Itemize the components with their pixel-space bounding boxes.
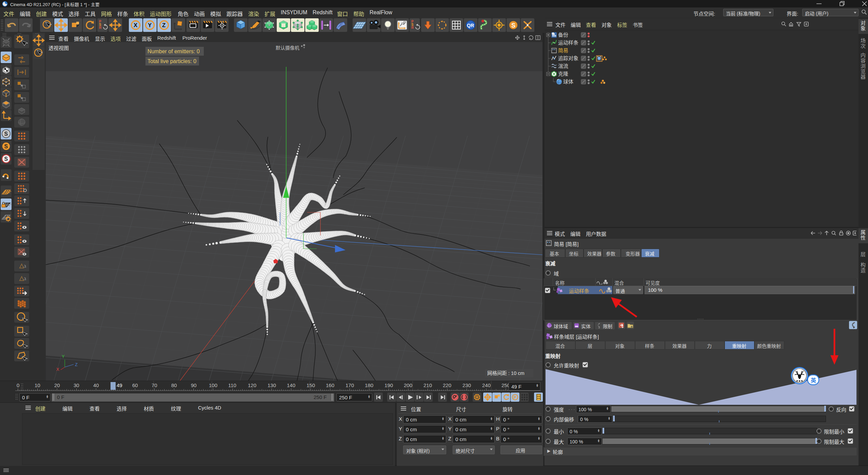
svg-text:160: 160: [326, 382, 334, 388]
svg-text:190: 190: [384, 382, 393, 388]
svg-text:90: 90: [191, 382, 197, 388]
svg-text:S: S: [4, 156, 8, 162]
svg-text:40: 40: [93, 382, 99, 388]
svg-text:10: 10: [35, 382, 40, 388]
svg-text:湍流: 湍流: [558, 63, 568, 69]
svg-text:QR: QR: [467, 23, 474, 28]
svg-text:透视视图: 透视视图: [48, 45, 69, 51]
svg-text:球体: 球体: [563, 79, 573, 84]
svg-text:0: 0: [17, 382, 19, 388]
svg-text:49: 49: [117, 382, 122, 388]
svg-text:180: 180: [365, 382, 373, 388]
svg-text:230: 230: [462, 382, 471, 388]
svg-text:220: 220: [443, 382, 451, 388]
svg-text:英: 英: [810, 377, 816, 383]
svg-text:Z: Z: [75, 362, 78, 367]
svg-text:网格间距 : 10 cm: 网格间距 : 10 cm: [487, 370, 525, 376]
svg-text:追踪对象: 追踪对象: [558, 55, 578, 61]
svg-text:200: 200: [404, 382, 412, 388]
svg-text:Number of emitters: 0: Number of emitters: 0: [147, 49, 200, 54]
svg-text:P: P: [514, 395, 516, 399]
svg-text:R: R: [411, 26, 414, 30]
svg-text:140: 140: [287, 382, 295, 388]
svg-text:80: 80: [171, 382, 177, 388]
svg-text:运动样条: 运动样条: [558, 40, 578, 45]
svg-text:210: 210: [423, 382, 432, 388]
svg-text:130: 130: [268, 382, 276, 388]
svg-text:X: X: [134, 22, 138, 28]
svg-text:克隆: 克隆: [558, 71, 568, 77]
svg-text:X: X: [56, 367, 59, 372]
svg-text:备份: 备份: [558, 32, 568, 38]
svg-text:60: 60: [132, 382, 138, 388]
svg-text:简易: 简易: [558, 48, 568, 53]
svg-text:30: 30: [74, 382, 79, 388]
svg-text:Y: Y: [62, 354, 65, 359]
svg-text:Z: Z: [162, 22, 165, 28]
svg-text:150: 150: [307, 382, 315, 388]
svg-text:100: 100: [209, 382, 217, 388]
svg-text:S: S: [4, 144, 8, 149]
svg-text:Total live particles: 0: Total live particles: 0: [147, 58, 196, 64]
svg-text:Y: Y: [148, 22, 152, 28]
svg-text:R: R: [99, 26, 102, 30]
svg-text:120: 120: [248, 382, 256, 388]
svg-text:70: 70: [152, 382, 157, 388]
svg-text:默认摄像机: 默认摄像机: [276, 45, 299, 51]
svg-text:20: 20: [54, 382, 60, 388]
svg-text:240: 240: [482, 382, 491, 388]
svg-text:S: S: [4, 131, 8, 137]
svg-text:110: 110: [228, 382, 236, 388]
svg-text:S: S: [511, 22, 515, 29]
svg-text:170: 170: [346, 382, 354, 388]
